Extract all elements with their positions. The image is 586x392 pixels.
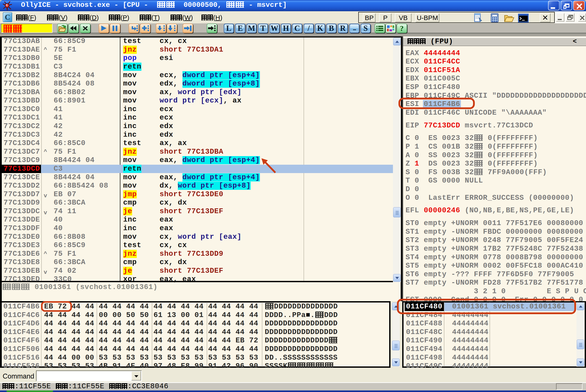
svg-text:?: ? <box>400 24 404 32</box>
